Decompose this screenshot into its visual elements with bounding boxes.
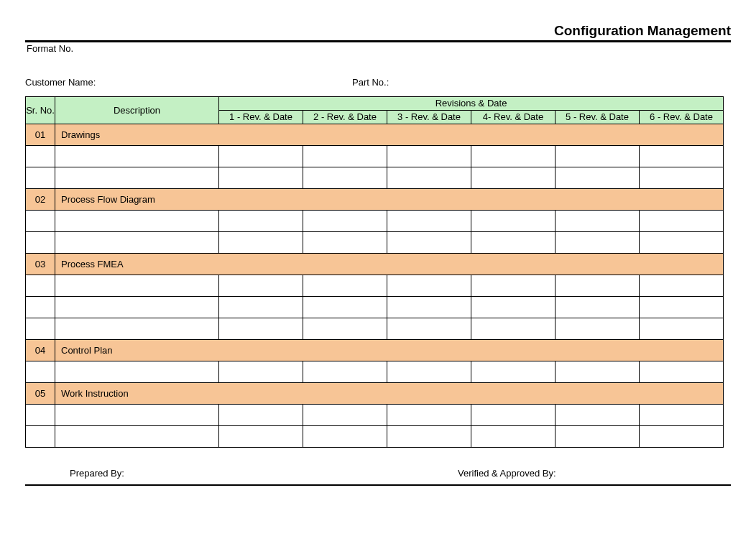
empty-cell: [471, 318, 556, 340]
empty-cell: [303, 146, 387, 167]
empty-cell: [471, 426, 556, 448]
empty-cell: [471, 211, 556, 232]
empty-cell: [471, 297, 556, 318]
empty-cell: [387, 361, 471, 383]
header-sr-no: Sr. No.: [26, 97, 55, 124]
empty-cell: [556, 361, 640, 383]
empty-cell: [26, 361, 55, 383]
empty-cell: [303, 232, 387, 254]
empty-cell: [640, 275, 724, 297]
empty-cell: [219, 232, 303, 254]
empty-cell: [471, 405, 556, 426]
empty-cell: [640, 146, 724, 167]
empty-cell: [387, 426, 471, 448]
header-rev-2: 2 - Rev. & Date: [303, 111, 387, 124]
empty-cell: [387, 405, 471, 426]
empty-cell: [26, 232, 55, 254]
empty-cell: [26, 146, 55, 167]
empty-cell: [640, 405, 724, 426]
verified-by-label: Verified & Approved By:: [458, 468, 556, 479]
page-title: Configuration Management: [25, 23, 731, 42]
empty-cell: [556, 211, 640, 232]
table-row: [26, 211, 724, 232]
customer-name-label: Customer Name:: [25, 77, 352, 88]
empty-cell: [26, 297, 55, 318]
empty-cell: [387, 167, 471, 189]
empty-cell: [556, 146, 640, 167]
empty-cell: [556, 318, 640, 340]
empty-cell: [219, 146, 303, 167]
empty-cell: [55, 361, 219, 383]
empty-cell: [303, 426, 387, 448]
empty-cell: [26, 426, 55, 448]
section-header-row: 02Process Flow Diagram: [26, 189, 724, 211]
empty-cell: [387, 297, 471, 318]
table-row: [26, 361, 724, 383]
section-header-row: 05Work Instruction: [26, 383, 724, 405]
empty-cell: [471, 275, 556, 297]
empty-cell: [387, 211, 471, 232]
empty-cell: [55, 146, 219, 167]
header-rev-5: 5 - Rev. & Date: [556, 111, 640, 124]
section-header-row: 01Drawings: [26, 124, 724, 146]
empty-cell: [471, 361, 556, 383]
empty-cell: [26, 405, 55, 426]
empty-cell: [640, 167, 724, 189]
header-revisions: Revisions & Date: [219, 97, 724, 111]
empty-cell: [219, 426, 303, 448]
empty-cell: [26, 275, 55, 297]
empty-cell: [26, 211, 55, 232]
section-title: Work Instruction: [55, 383, 724, 405]
empty-cell: [640, 318, 724, 340]
empty-cell: [387, 232, 471, 254]
empty-cell: [303, 275, 387, 297]
header-rev-4: 4- Rev. & Date: [471, 111, 556, 124]
empty-cell: [556, 167, 640, 189]
empty-cell: [471, 146, 556, 167]
empty-cell: [219, 405, 303, 426]
header-description: Description: [55, 97, 219, 124]
section-no: 04: [26, 340, 55, 361]
section-header-row: 04Control Plan: [26, 340, 724, 361]
empty-cell: [303, 211, 387, 232]
empty-cell: [387, 275, 471, 297]
table-row: [26, 167, 724, 189]
table-row: [26, 297, 724, 318]
header-rev-1: 1 - Rev. & Date: [219, 111, 303, 124]
empty-cell: [471, 232, 556, 254]
section-title: Control Plan: [55, 340, 724, 361]
table-row: [26, 232, 724, 254]
format-no-label: Format No.: [25, 43, 731, 54]
empty-cell: [55, 275, 219, 297]
empty-cell: [219, 297, 303, 318]
empty-cell: [640, 232, 724, 254]
empty-cell: [387, 318, 471, 340]
part-no-label: Part No.:: [352, 77, 389, 88]
empty-cell: [219, 211, 303, 232]
empty-cell: [556, 275, 640, 297]
empty-cell: [303, 167, 387, 189]
table-row: [26, 146, 724, 167]
empty-cell: [556, 297, 640, 318]
empty-cell: [640, 297, 724, 318]
header-rev-6: 6 - Rev. & Date: [640, 111, 724, 124]
empty-cell: [55, 167, 219, 189]
empty-cell: [55, 405, 219, 426]
empty-cell: [303, 297, 387, 318]
prepared-by-label: Prepared By:: [70, 468, 458, 479]
section-no: 01: [26, 124, 55, 146]
empty-cell: [303, 405, 387, 426]
section-title: Process FMEA: [55, 254, 724, 275]
empty-cell: [55, 211, 219, 232]
section-title: Process Flow Diagram: [55, 189, 724, 211]
empty-cell: [387, 146, 471, 167]
empty-cell: [55, 426, 219, 448]
header-rev-3: 3 - Rev. & Date: [387, 111, 471, 124]
empty-cell: [303, 361, 387, 383]
section-header-row: 03Process FMEA: [26, 254, 724, 275]
empty-cell: [303, 318, 387, 340]
section-title: Drawings: [55, 124, 724, 146]
config-table: Sr. No. Description Revisions & Date 1 -…: [25, 96, 724, 448]
table-row: [26, 318, 724, 340]
empty-cell: [640, 426, 724, 448]
